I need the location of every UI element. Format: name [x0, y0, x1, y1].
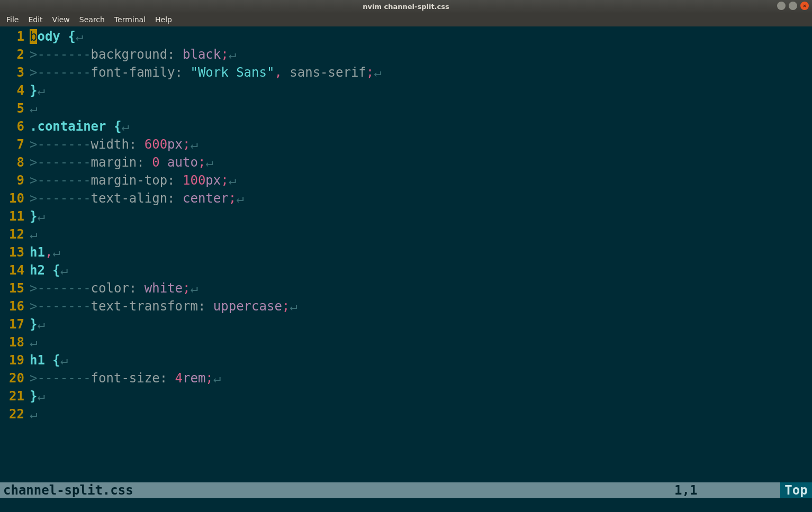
code-line[interactable]: 10>-------text-align: center;↵ — [0, 189, 812, 207]
tok-colon: : — [167, 47, 183, 62]
minimize-icon[interactable] — [777, 2, 786, 10]
tok-brace: { — [114, 119, 121, 134]
line-content[interactable]: >-------font-family: "Work Sans", sans-s… — [30, 63, 382, 81]
close-icon[interactable]: × — [800, 2, 809, 10]
code-line[interactable]: 16>-------text-transform: uppercase;↵ — [0, 297, 812, 315]
line-content[interactable]: }↵ — [30, 81, 45, 99]
line-number: 1 — [0, 28, 30, 45]
line-content[interactable]: h2 {↵ — [30, 261, 68, 279]
tok-sel: h1 — [30, 353, 52, 368]
line-content[interactable]: >-------font-size: 4rem;↵ — [30, 369, 221, 387]
menu-view[interactable]: View — [48, 14, 74, 25]
code-line[interactable]: 7>-------width: 600px;↵ — [0, 135, 812, 153]
tok-semi: ; — [198, 155, 205, 170]
tok-brace: } — [30, 83, 37, 98]
menu-edit[interactable]: Edit — [24, 14, 47, 25]
code-line[interactable]: 17}↵ — [0, 315, 812, 333]
line-content[interactable]: ↵ — [30, 405, 37, 423]
tok-num: 4 — [175, 371, 183, 386]
line-content[interactable]: ↵ — [30, 99, 37, 117]
line-content[interactable]: h1 {↵ — [30, 351, 68, 369]
line-content[interactable]: }↵ — [30, 315, 45, 333]
code-line[interactable]: 4}↵ — [0, 81, 812, 99]
status-scroll: Top — [780, 482, 812, 498]
tok-comma: , — [45, 245, 52, 260]
line-content[interactable]: body {↵ — [30, 28, 83, 45]
tok-num: 100 — [183, 173, 205, 188]
tok-brace: } — [30, 389, 37, 404]
line-content[interactable]: .container {↵ — [30, 117, 129, 135]
tok-eol: ↵ — [374, 65, 381, 80]
line-number: 18 — [0, 333, 30, 351]
editor-lines[interactable]: 1body {↵2>-------background: black;↵3>--… — [0, 26, 812, 423]
line-content[interactable]: }↵ — [30, 207, 45, 225]
code-line[interactable]: 15>-------color: white;↵ — [0, 279, 812, 297]
line-number: 5 — [0, 99, 30, 117]
editor-viewport[interactable]: 1body {↵2>-------background: black;↵3>--… — [0, 26, 812, 512]
tok-tab: >------- — [30, 191, 91, 206]
tok-brace: { — [52, 353, 60, 368]
tok-eol: ↵ — [229, 47, 236, 62]
tok-eol: ↵ — [190, 281, 197, 296]
code-line[interactable]: 22↵ — [0, 405, 812, 423]
line-number: 2 — [0, 45, 30, 63]
tok-prop: background — [91, 47, 168, 62]
status-filename: channel-split.css — [3, 481, 674, 499]
tok-eol: ↵ — [30, 335, 37, 350]
code-line[interactable]: 1body {↵ — [0, 28, 812, 45]
tok-colon: : — [167, 173, 183, 188]
tok-eol: ↵ — [37, 83, 44, 98]
tok-prop: margin — [91, 155, 137, 170]
code-line[interactable]: 11}↵ — [0, 207, 812, 225]
tok-eol: ↵ — [236, 191, 243, 206]
line-content[interactable]: ↵ — [30, 333, 37, 351]
line-content[interactable]: }↵ — [30, 387, 45, 405]
code-line[interactable]: 5↵ — [0, 99, 812, 117]
code-line[interactable]: 14h2 {↵ — [0, 261, 812, 279]
tok-semi: ; — [221, 173, 228, 188]
menu-terminal[interactable]: Terminal — [110, 14, 150, 25]
command-line[interactable] — [0, 498, 812, 512]
code-line[interactable]: 8>-------margin: 0 auto;↵ — [0, 153, 812, 171]
code-line[interactable]: 2>-------background: black;↵ — [0, 45, 812, 63]
tok-tab: >------- — [30, 137, 91, 152]
menu-help[interactable]: Help — [151, 14, 176, 25]
maximize-icon[interactable] — [789, 2, 797, 10]
line-number: 16 — [0, 297, 30, 315]
code-line[interactable]: 6.container {↵ — [0, 117, 812, 135]
tok-eol: ↵ — [37, 209, 44, 224]
line-content[interactable]: >-------background: black;↵ — [30, 45, 236, 63]
tok-eol: ↵ — [190, 137, 197, 152]
line-content[interactable]: >-------text-align: center;↵ — [30, 189, 244, 207]
code-line[interactable]: 21}↵ — [0, 387, 812, 405]
tok-semi: ; — [183, 137, 190, 152]
line-number: 15 — [0, 279, 30, 297]
line-content[interactable]: >-------color: white;↵ — [30, 279, 198, 297]
code-line[interactable]: 20>-------font-size: 4rem;↵ — [0, 369, 812, 387]
code-line[interactable]: 13h1,↵ — [0, 243, 812, 261]
tok-kw: rem — [183, 371, 205, 386]
code-line[interactable]: 9>-------margin-top: 100px;↵ — [0, 171, 812, 189]
menu-bar: File Edit View Search Terminal Help — [0, 13, 812, 26]
code-line[interactable]: 18↵ — [0, 333, 812, 351]
tok-semi: ; — [282, 299, 290, 314]
tok-tab: >------- — [30, 281, 91, 296]
line-number: 6 — [0, 117, 30, 135]
tok-sel: ody — [37, 29, 68, 44]
line-content[interactable]: >-------width: 600px;↵ — [30, 135, 198, 153]
code-line[interactable]: 3>-------font-family: "Work Sans", sans-… — [0, 63, 812, 81]
line-content[interactable]: >-------text-transform: uppercase;↵ — [30, 297, 297, 315]
line-content[interactable]: ↵ — [30, 225, 37, 243]
line-content[interactable]: h1,↵ — [30, 243, 60, 261]
tok-kw: auto — [167, 155, 198, 170]
tok-kw: px — [205, 173, 221, 188]
menu-file[interactable]: File — [2, 14, 23, 25]
menu-search[interactable]: Search — [75, 14, 109, 25]
line-content[interactable]: >-------margin: 0 auto;↵ — [30, 153, 213, 171]
tok-num: 0 — [152, 155, 159, 170]
tok-prop: color — [91, 281, 129, 296]
code-line[interactable]: 12↵ — [0, 225, 812, 243]
code-line[interactable]: 19h1 {↵ — [0, 351, 812, 369]
line-number: 3 — [0, 63, 30, 81]
line-content[interactable]: >-------margin-top: 100px;↵ — [30, 171, 236, 189]
